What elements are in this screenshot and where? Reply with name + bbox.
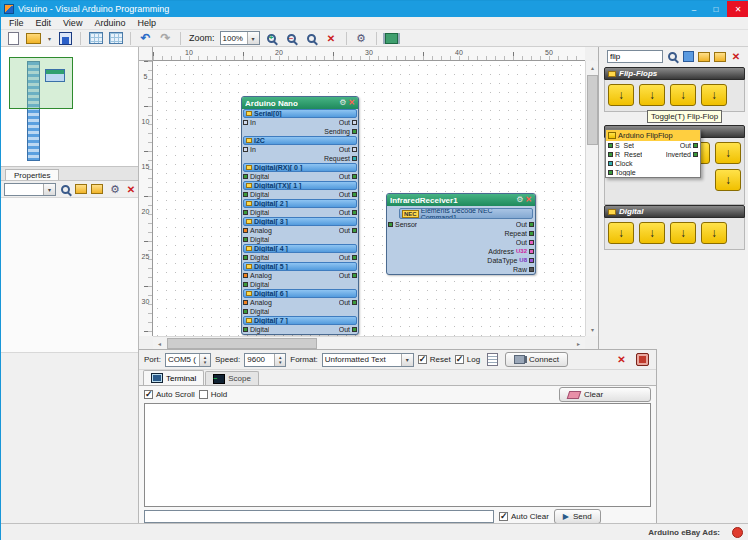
channel-header[interactable]: Digital[ 3 ] <box>243 217 357 226</box>
input-pin-box[interactable] <box>243 237 248 242</box>
maximize-button[interactable]: □ <box>705 1 727 17</box>
expand-all-icon[interactable] <box>697 49 711 64</box>
input-pin-box[interactable] <box>243 174 248 179</box>
collapse-all-icon[interactable] <box>90 182 104 197</box>
design-preview[interactable] <box>1 47 138 167</box>
log-file-icon[interactable] <box>484 352 501 367</box>
filter-icon[interactable] <box>681 49 695 64</box>
reset-checkbox[interactable]: Reset <box>418 355 451 364</box>
filter-component-icon[interactable] <box>715 142 741 164</box>
category-header[interactable]: Digital <box>604 205 745 218</box>
new-project-icon[interactable] <box>5 31 22 46</box>
input-pin-box[interactable] <box>388 222 393 227</box>
input-pin-box[interactable] <box>243 120 248 125</box>
toolbox-search-input[interactable] <box>607 50 663 63</box>
checkbox-box[interactable] <box>144 390 153 399</box>
input-pin-box[interactable] <box>243 147 248 152</box>
component-header[interactable]: InfraredReceiver1 <box>387 194 535 206</box>
zoom-combobox[interactable]: 100% <box>220 31 260 45</box>
wrench-icon[interactable] <box>339 99 346 107</box>
terminal-output[interactable] <box>144 403 651 507</box>
auto-clear-checkbox[interactable]: Auto Clear <box>499 512 549 521</box>
scrollbar-thumb[interactable] <box>587 75 598 145</box>
zoom-out-icon[interactable] <box>283 31 300 46</box>
search-properties-icon[interactable] <box>58 182 72 197</box>
close-properties-icon[interactable] <box>124 182 138 197</box>
digital-component-icon[interactable] <box>670 222 696 244</box>
flipflop-component-icon[interactable] <box>670 84 696 106</box>
property-filter-combobox[interactable] <box>4 183 56 196</box>
output-pin-box[interactable] <box>352 192 357 197</box>
channel-header[interactable]: Digital(RX)[ 0 ] <box>243 163 357 172</box>
undo-icon[interactable] <box>137 31 154 46</box>
output-pin-box[interactable] <box>529 249 534 254</box>
output-pin-box[interactable] <box>529 258 534 263</box>
hint-title-row[interactable]: Arduino FlipFlop <box>606 130 700 141</box>
flipflop-component-icon[interactable] <box>608 84 634 106</box>
output-pin-box[interactable] <box>529 267 534 272</box>
filter-component-icon[interactable] <box>715 169 741 191</box>
channel-header[interactable]: Digital(TX)[ 1 ] <box>243 181 357 190</box>
input-pin-box[interactable] <box>243 255 248 260</box>
channel-header[interactable]: Serial[0] <box>243 109 357 118</box>
settings-icon[interactable] <box>353 31 370 46</box>
digital-component-icon[interactable] <box>639 222 665 244</box>
zoom-reset-icon[interactable] <box>303 31 320 46</box>
checkbox-box[interactable] <box>199 390 208 399</box>
channel-header[interactable]: Digital[ 7 ] <box>243 316 357 325</box>
output-pin-box[interactable] <box>352 273 357 278</box>
channel-header[interactable]: Digital[ 6 ] <box>243 289 357 298</box>
properties-tab[interactable]: Properties <box>5 169 59 180</box>
chevron-down-icon[interactable] <box>43 183 55 195</box>
input-pin-box[interactable] <box>243 327 248 332</box>
output-pin-box[interactable] <box>352 255 357 260</box>
send-input[interactable] <box>144 510 494 523</box>
output-pin-box[interactable] <box>352 156 357 161</box>
menu-item[interactable]: Help <box>131 18 162 28</box>
menu-item[interactable]: Arduino <box>88 18 131 28</box>
output-pin-box[interactable] <box>352 300 357 305</box>
digital-component-icon[interactable] <box>608 222 634 244</box>
output-pin-box[interactable] <box>529 222 534 227</box>
output-pin-box[interactable] <box>529 231 534 236</box>
speed-combobox[interactable]: 9600 <box>244 353 286 367</box>
ad-icon[interactable] <box>732 527 743 538</box>
zoom-in-icon[interactable] <box>263 31 280 46</box>
board-icon[interactable] <box>383 31 400 46</box>
port-combobox[interactable]: COM5 ( <box>165 353 211 367</box>
preview-viewport[interactable] <box>9 57 73 109</box>
arduino-nano-component[interactable]: Arduino Nano Serial[0] <box>241 96 359 335</box>
digital-component-icon[interactable] <box>701 222 727 244</box>
checkbox-box[interactable] <box>499 512 508 521</box>
stop-icon[interactable] <box>634 352 651 367</box>
horizontal-scrollbar[interactable] <box>153 336 585 349</box>
checkbox-box[interactable] <box>418 355 427 364</box>
input-pin-box[interactable] <box>243 210 248 215</box>
vertical-scrollbar[interactable] <box>585 61 598 336</box>
chevron-down-icon[interactable] <box>401 354 413 366</box>
delete-icon[interactable] <box>323 31 340 46</box>
infrared-receiver-component[interactable]: InfraredReceiver1 NEC Elements Decode NE… <box>386 193 536 275</box>
component-header[interactable]: Arduino Nano <box>242 97 358 109</box>
channel-header[interactable]: I2C <box>243 136 357 145</box>
toggle-toolbox-icon[interactable] <box>87 31 104 46</box>
close-icon[interactable] <box>348 99 355 107</box>
channel-header[interactable]: Digital[ 4 ] <box>243 244 357 253</box>
output-pin-box[interactable] <box>352 228 357 233</box>
format-combobox[interactable]: Unformatted Text <box>322 353 414 367</box>
disconnect-icon[interactable] <box>613 352 630 367</box>
scrollbar-thumb[interactable] <box>167 338 317 349</box>
input-pin-box[interactable] <box>243 273 248 278</box>
clear-search-icon[interactable] <box>729 49 743 64</box>
expand-all-icon[interactable] <box>74 182 88 197</box>
output-pin-box[interactable] <box>352 129 357 134</box>
output-pin-box[interactable] <box>352 174 357 179</box>
connect-button[interactable]: Connect <box>505 352 568 367</box>
save-project-icon[interactable] <box>57 31 74 46</box>
auto-scroll-checkbox[interactable]: Auto Scroll <box>144 390 195 399</box>
toggle-properties-icon[interactable] <box>107 31 124 46</box>
checkbox-box[interactable] <box>455 355 464 364</box>
send-button[interactable]: Send <box>554 509 601 524</box>
decode-nec-element[interactable]: NEC Elements Decode NEC Command1 <box>399 208 533 219</box>
input-pin-box[interactable] <box>243 192 248 197</box>
